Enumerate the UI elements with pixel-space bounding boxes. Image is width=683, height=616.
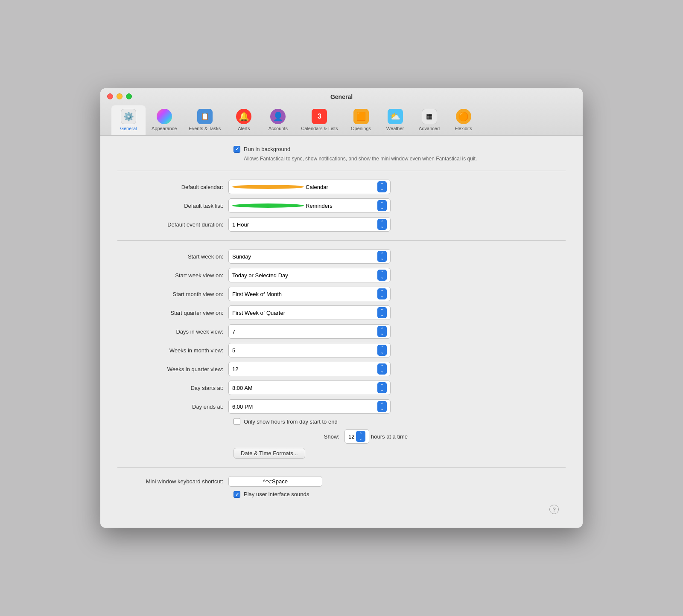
mini-window-shortcut-label: Mini window keyboard shortcut: [117, 478, 228, 485]
start-week-view-on-select[interactable]: Today or Selected Day [228, 268, 391, 282]
days-in-week-view-stepper[interactable] [377, 326, 387, 337]
day-starts-at-row: Day starts at: 8:00 AM [117, 381, 566, 395]
default-calendar-label: Default calendar: [117, 184, 228, 190]
tab-flexibits[interactable]: 🟠 Flexibits [447, 105, 481, 135]
start-month-view-on-content: First Week of Month [228, 287, 566, 301]
play-sounds-label: Play user interface sounds [244, 491, 309, 497]
day-ends-at-value: 6:00 PM [232, 404, 377, 410]
default-calendar-content: Calendar [228, 180, 566, 194]
run-in-background-section: Run in background Allows Fantastical to … [117, 146, 566, 163]
day-starts-at-label: Day starts at: [117, 385, 228, 391]
divider-3 [117, 467, 566, 468]
default-task-list-content: Reminders [228, 198, 566, 213]
default-event-duration-select[interactable]: 1 Hour [228, 217, 391, 232]
tab-advanced-label: Advanced [419, 126, 440, 131]
days-in-week-view-select[interactable]: 7 [228, 324, 391, 339]
default-task-list-value: Reminders [306, 203, 377, 209]
show-hours-suffix: hours at a time [371, 433, 408, 440]
events-icon: 📋 [197, 109, 213, 124]
days-in-week-view-content: 7 [228, 324, 566, 339]
day-ends-at-row: Day ends at: 6:00 PM [117, 399, 566, 414]
weeks-in-month-view-value: 5 [232, 347, 377, 354]
default-task-list-label: Default task list: [117, 203, 228, 209]
start-month-view-on-stepper[interactable] [377, 288, 387, 299]
weeks-in-quarter-view-select[interactable]: 12 [228, 362, 391, 376]
show-label: Show: [234, 433, 344, 440]
tab-alerts[interactable]: 🔔 Alerts [227, 105, 261, 135]
openings-icon: 🟧 [353, 109, 369, 124]
mini-window-shortcut-input[interactable]: ^⌥Space [228, 476, 322, 487]
default-task-list-row: Default task list: Reminders [117, 198, 566, 213]
days-in-week-view-label: Days in week view: [117, 328, 228, 335]
default-calendar-stepper[interactable] [377, 181, 387, 192]
tab-advanced[interactable]: ▦ Advanced [412, 105, 447, 135]
play-sounds-row: Play user interface sounds [117, 491, 566, 498]
start-week-view-on-stepper[interactable] [377, 270, 387, 281]
run-in-background-desc: Allows Fantastical to sync, show notific… [128, 155, 566, 163]
tab-events[interactable]: 📋 Events & Tasks [183, 105, 227, 135]
accounts-icon: 👤 [270, 109, 286, 124]
minimize-button[interactable] [117, 93, 123, 99]
default-event-duration-stepper[interactable] [377, 219, 387, 230]
tab-general-label: General [120, 126, 137, 131]
start-month-view-on-row: Start month view on: First Week of Month [117, 287, 566, 301]
start-week-on-row: Start week on: Sunday [117, 249, 566, 264]
show-hours-stepper[interactable] [356, 431, 365, 442]
tab-general[interactable]: ⚙️ General [111, 105, 146, 135]
weeks-in-quarter-view-stepper[interactable] [377, 363, 387, 375]
weeks-in-month-view-stepper[interactable] [377, 345, 387, 356]
default-calendar-select[interactable]: Calendar [228, 180, 391, 194]
start-quarter-view-on-stepper[interactable] [377, 307, 387, 318]
help-button[interactable]: ? [549, 505, 559, 514]
start-quarter-view-on-label: Start quarter view on: [117, 310, 228, 316]
start-month-view-on-value: First Week of Month [232, 291, 377, 297]
run-in-background-checkbox[interactable] [234, 146, 240, 153]
default-task-list-stepper[interactable] [377, 200, 387, 211]
appearance-icon [157, 109, 172, 124]
start-week-on-stepper[interactable] [377, 251, 387, 262]
start-week-on-content: Sunday [228, 249, 566, 264]
tab-accounts[interactable]: 👤 Accounts [261, 105, 295, 135]
tab-appearance[interactable]: Appearance [146, 105, 183, 135]
play-sounds-checkbox[interactable] [234, 491, 240, 498]
maximize-button[interactable] [126, 93, 132, 99]
start-quarter-view-on-value: First Week of Quarter [232, 310, 377, 316]
day-ends-at-select[interactable]: 6:00 PM [228, 399, 391, 414]
day-starts-at-select[interactable]: 8:00 AM [228, 381, 391, 395]
day-ends-at-stepper[interactable] [377, 401, 387, 412]
default-task-list-select[interactable]: Reminders [228, 198, 391, 213]
weeks-in-month-view-label: Weeks in month view: [117, 347, 228, 354]
start-month-view-on-select[interactable]: First Week of Month [228, 287, 391, 301]
weeks-in-month-view-content: 5 [228, 343, 566, 357]
default-event-duration-row: Default event duration: 1 Hour [117, 217, 566, 232]
day-ends-at-content: 6:00 PM [228, 399, 566, 414]
weeks-in-quarter-view-row: Weeks in quarter view: 12 [117, 362, 566, 376]
start-quarter-view-on-select[interactable]: First Week of Quarter [228, 305, 391, 320]
only-show-hours-label: Only show hours from day start to end [244, 418, 338, 425]
close-button[interactable] [107, 93, 113, 99]
days-in-week-view-row: Days in week view: 7 [117, 324, 566, 339]
start-quarter-view-on-row: Start quarter view on: First Week of Qua… [117, 305, 566, 320]
window-title: General [330, 93, 353, 100]
default-calendar-value: Calendar [306, 184, 377, 190]
tab-weather[interactable]: ⛅ Weather [378, 105, 412, 135]
show-hours-row: Show: 12 hours at a time [117, 429, 566, 444]
show-hours-input[interactable]: 12 [344, 429, 369, 444]
default-calendar-row: Default calendar: Calendar [117, 180, 566, 194]
only-show-hours-row: Only show hours from day start to end [117, 418, 566, 425]
mini-window-shortcut-row: Mini window keyboard shortcut: ^⌥Space [117, 476, 566, 487]
start-week-on-select[interactable]: Sunday [228, 249, 391, 264]
divider-1 [117, 171, 566, 171]
mini-window-shortcut-content: ^⌥Space [228, 476, 566, 487]
tab-events-label: Events & Tasks [189, 126, 221, 131]
date-time-formats-button[interactable]: Date & Time Formats... [234, 448, 305, 459]
only-show-hours-checkbox[interactable] [234, 418, 240, 425]
start-month-view-on-label: Start month view on: [117, 291, 228, 297]
title-bar: General ⚙️ General Appearance 📋 Events &… [100, 88, 583, 136]
tab-openings[interactable]: 🟧 Openings [344, 105, 378, 135]
tab-calendars[interactable]: 3 Calendars & Lists [295, 105, 344, 135]
weeks-in-month-view-select[interactable]: 5 [228, 343, 391, 357]
tab-openings-label: Openings [351, 126, 371, 131]
days-in-week-view-value: 7 [232, 328, 377, 335]
day-starts-at-stepper[interactable] [377, 382, 387, 393]
